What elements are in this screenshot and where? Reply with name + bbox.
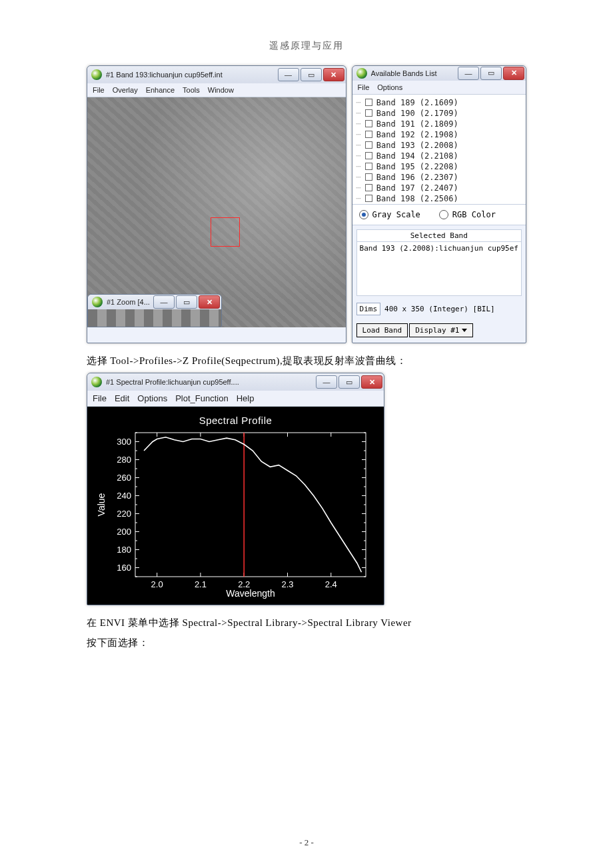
close-button[interactable]: ✕ (323, 68, 344, 81)
svg-text:2.4: 2.4 (325, 579, 337, 589)
list-item[interactable]: ┈Band 197 (2.2407) (356, 183, 522, 193)
menu-window[interactable]: Window (208, 86, 234, 94)
minimize-button[interactable]: — (153, 295, 175, 309)
minimize-button[interactable]: — (316, 375, 337, 389)
spectral-window: #1 Spectral Profile:lichuanjun cup95eff.… (87, 373, 384, 605)
list-item[interactable]: ┈Band 190 (2.1709) (356, 108, 522, 119)
envi-icon (91, 69, 102, 80)
display-select-button[interactable]: Display #1 (409, 323, 473, 337)
dims-label: Dims (356, 303, 381, 315)
dims-row: Dims 400 x 350 (Integer) [BIL] (352, 300, 526, 318)
svg-text:240: 240 (117, 491, 131, 501)
close-button[interactable]: ✕ (503, 67, 524, 80)
menu-file[interactable]: File (93, 86, 105, 94)
selected-band-title: Selected Band (357, 230, 521, 242)
gray-scale-label: Gray Scale (372, 210, 420, 219)
zoom-image[interactable] (88, 309, 221, 327)
zoom-title-text: #1 Zoom [4... (107, 298, 153, 306)
rgb-color-radio[interactable]: RGB Color (439, 210, 496, 219)
chevron-down-icon (462, 329, 467, 332)
close-button[interactable]: ✕ (199, 295, 220, 309)
spectral-plot[interactable]: 1601802002202402602803002.02.12.22.32.4W… (94, 427, 374, 601)
svg-text:300: 300 (117, 437, 131, 447)
display-titlebar[interactable]: #1 Band 193:lichuanjun cup95eff.int — ▭ … (87, 66, 346, 83)
display-image[interactable]: #1 Zoom [4... — ▭ ✕ (87, 97, 346, 327)
svg-text:2.3: 2.3 (281, 579, 293, 589)
list-item[interactable]: ┈Band 199 (2.2606) (356, 204, 522, 205)
maximize-button[interactable]: ▭ (338, 375, 360, 389)
menu-edit[interactable]: Edit (115, 393, 129, 403)
page-number: - 2 - (0, 837, 613, 848)
roi-rectangle[interactable] (211, 217, 240, 247)
list-item[interactable]: ┈Band 189 (2.1609) (356, 97, 522, 108)
dims-value: 400 x 350 (Integer) [BIL] (384, 305, 495, 313)
svg-text:280: 280 (117, 455, 131, 465)
minimize-button[interactable]: — (458, 67, 479, 80)
zoom-titlebar[interactable]: #1 Zoom [4... — ▭ ✕ (88, 295, 221, 309)
svg-text:2.0: 2.0 (151, 579, 163, 589)
plot-title: Spectral Profile (94, 415, 377, 426)
bands-titlebar[interactable]: Available Bands List — ▭ ✕ (352, 66, 526, 81)
minimize-button[interactable]: — (278, 68, 299, 81)
list-item[interactable]: ┈Band 194 (2.2108) (356, 151, 522, 161)
svg-text:Value: Value (96, 493, 107, 516)
close-button[interactable]: ✕ (361, 375, 382, 389)
menu-enhance[interactable]: Enhance (146, 86, 175, 94)
radio-icon (359, 210, 368, 219)
envi-icon (356, 68, 367, 79)
menu-help[interactable]: Help (237, 393, 255, 403)
paragraph: 在 ENVI 菜单中选择 Spectral->Spectral Library-… (87, 615, 526, 631)
svg-text:160: 160 (117, 563, 131, 573)
display-title-text: #1 Band 193:lichuanjun cup95eff.int (106, 71, 278, 79)
spectral-menu: File Edit Options Plot_Function Help (87, 391, 384, 407)
display-menu: File Overlay Enhance Tools Window (87, 83, 346, 97)
svg-text:Wavelength: Wavelength (226, 588, 275, 599)
paragraph: 选择 Tool->Profiles->Z Profile(Seqpectrum)… (87, 353, 526, 369)
menu-file[interactable]: File (93, 393, 107, 403)
menu-file[interactable]: File (358, 83, 370, 91)
display-mode-radios: Gray Scale RGB Color (352, 205, 526, 225)
svg-text:180: 180 (117, 545, 131, 555)
svg-text:200: 200 (117, 527, 131, 537)
bands-tree[interactable]: ┈Band 189 (2.1609) ┈Band 190 (2.1709) ┈B… (352, 95, 526, 205)
bands-window: Available Bands List — ▭ ✕ File Options … (352, 65, 526, 343)
list-item[interactable]: ┈Band 192 (2.1908) (356, 129, 522, 140)
selected-band-value: Band 193 (2.2008):lichuanjun cup95ef (357, 242, 521, 295)
rgb-color-label: RGB Color (452, 210, 496, 219)
selected-band-box: Selected Band Band 193 (2.2008):lichuanj… (356, 229, 522, 296)
load-row: Load Band Display #1 (352, 318, 526, 343)
bands-menu: File Options (352, 81, 526, 95)
display-window: #1 Band 193:lichuanjun cup95eff.int — ▭ … (87, 65, 346, 343)
spectral-titlebar[interactable]: #1 Spectral Profile:lichuanjun cup95eff.… (87, 373, 384, 391)
radio-icon (439, 210, 448, 219)
list-item[interactable]: ┈Band 191 (2.1809) (356, 119, 522, 129)
maximize-button[interactable]: ▭ (176, 295, 197, 309)
list-item[interactable]: ┈Band 198 (2.2506) (356, 193, 522, 204)
list-item[interactable]: ┈Band 196 (2.2307) (356, 172, 522, 183)
menu-plotfunc[interactable]: Plot_Function (175, 393, 229, 403)
spectral-title-text: #1 Spectral Profile:lichuanjun cup95eff.… (106, 378, 316, 386)
spectral-plot-area[interactable]: Spectral Profile 16018020022024026028030… (87, 407, 384, 605)
maximize-button[interactable]: ▭ (480, 67, 502, 80)
paragraph: 按下面选择： (87, 635, 526, 651)
svg-text:2.1: 2.1 (195, 579, 207, 589)
zoom-window: #1 Zoom [4... — ▭ ✕ (87, 294, 222, 327)
menu-options[interactable]: Options (377, 83, 402, 91)
figure-top: #1 Band 193:lichuanjun cup95eff.int — ▭ … (87, 65, 526, 342)
maximize-button[interactable]: ▭ (301, 68, 322, 81)
list-item[interactable]: ┈Band 195 (2.2208) (356, 161, 522, 172)
envi-icon (91, 377, 102, 387)
doc-title: 遥感原理与应用 (87, 40, 526, 52)
menu-overlay[interactable]: Overlay (113, 86, 138, 94)
gray-scale-radio[interactable]: Gray Scale (359, 210, 420, 219)
svg-rect-0 (135, 433, 366, 577)
load-band-button[interactable]: Load Band (356, 323, 408, 337)
envi-icon (92, 297, 103, 307)
menu-options[interactable]: Options (137, 393, 167, 403)
list-item[interactable]: ┈Band 193 (2.2008) (356, 140, 522, 151)
svg-text:220: 220 (117, 509, 131, 519)
display-select-label: Display #1 (415, 326, 459, 335)
menu-tools[interactable]: Tools (183, 86, 200, 94)
svg-text:260: 260 (117, 473, 131, 483)
bands-title-text: Available Bands List (371, 69, 458, 77)
